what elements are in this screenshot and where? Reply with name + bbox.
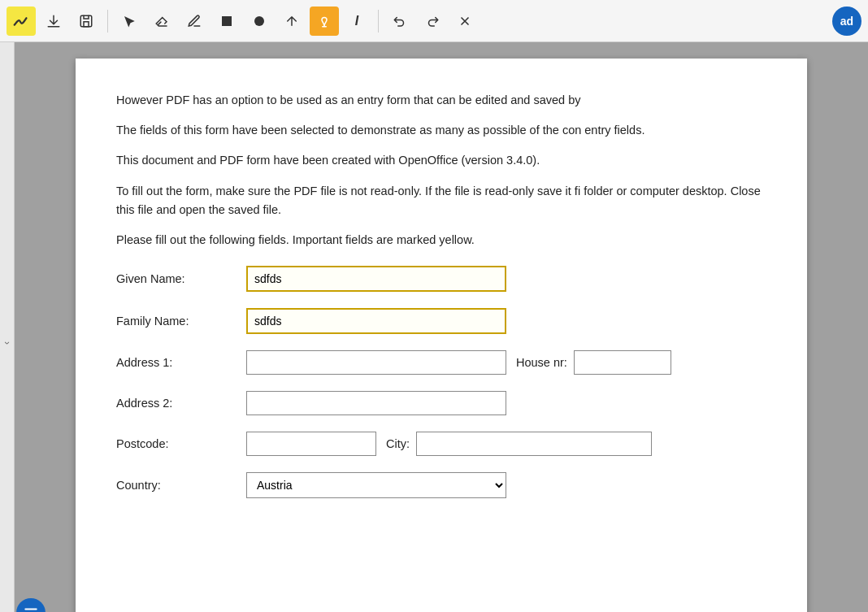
highlight-btn[interactable] — [310, 7, 339, 36]
circle-btn[interactable] — [245, 7, 274, 36]
address2-row: Address 2: — [116, 391, 766, 415]
pdf-form: Given Name: Family Name: Address 1: Hous… — [116, 266, 766, 498]
signature-btn[interactable] — [7, 7, 36, 36]
pdf-page: However PDF has an option to be used as … — [76, 59, 807, 612]
toolbar: I ad — [0, 0, 868, 42]
separator-1 — [107, 10, 108, 33]
given-name-input[interactable] — [246, 266, 506, 292]
postcode-input[interactable] — [246, 432, 376, 456]
given-name-row: Given Name: — [116, 266, 766, 292]
address1-input[interactable] — [246, 350, 506, 375]
download-btn[interactable] — [39, 7, 68, 36]
svg-rect-1 — [222, 16, 232, 26]
separator-2 — [378, 10, 379, 33]
family-name-input[interactable] — [246, 308, 506, 334]
country-row: Country: Austria Germany Switzerland Fra… — [116, 472, 766, 498]
close-btn[interactable] — [450, 7, 480, 36]
address2-input[interactable] — [246, 391, 506, 415]
redo-btn[interactable] — [418, 7, 447, 36]
housenr-label: House nr: — [516, 356, 567, 369]
postcode-label: Postcode: — [116, 437, 246, 450]
square-btn[interactable] — [212, 7, 241, 36]
address1-row: Address 1: House nr: — [116, 350, 766, 375]
eraser-btn[interactable] — [147, 7, 176, 36]
arrow-btn[interactable] — [277, 7, 306, 36]
postcode-city-row: Postcode: City: — [116, 432, 766, 456]
left-panel-toggle[interactable]: › — [0, 42, 15, 612]
paragraph-1: However PDF has an option to be used as … — [116, 91, 766, 110]
toggle-icon: › — [2, 341, 13, 345]
address2-label: Address 2: — [116, 397, 246, 410]
cursor-btn[interactable] — [115, 7, 144, 36]
city-input[interactable] — [416, 432, 652, 456]
pdf-viewer: However PDF has an option to be used as … — [15, 42, 868, 612]
family-name-label: Family Name: — [116, 315, 246, 328]
undo-btn[interactable] — [385, 7, 414, 36]
paragraph-4: To fill out the form, make sure the PDF … — [116, 182, 766, 219]
country-label: Country: — [116, 479, 246, 492]
address1-label: Address 1: — [116, 356, 246, 369]
save-btn[interactable] — [72, 7, 101, 36]
paragraph-2: The fields of this form have been select… — [116, 121, 766, 140]
family-name-row: Family Name: — [116, 308, 766, 334]
paragraph-5: Please fill out the following fields. Im… — [116, 231, 766, 250]
housenr-input[interactable] — [574, 350, 671, 375]
pen-btn[interactable] — [180, 7, 209, 36]
country-select[interactable]: Austria Germany Switzerland France Italy… — [246, 472, 506, 498]
paragraph-3: This document and PDF form have been cre… — [116, 151, 766, 170]
content-area: › However PDF has an option to be used a… — [0, 42, 868, 612]
user-avatar[interactable]: ad — [832, 7, 861, 36]
city-label: City: — [386, 437, 410, 450]
svg-point-2 — [254, 16, 264, 26]
italic-btn[interactable]: I — [342, 7, 371, 36]
given-name-label: Given Name: — [116, 272, 246, 285]
